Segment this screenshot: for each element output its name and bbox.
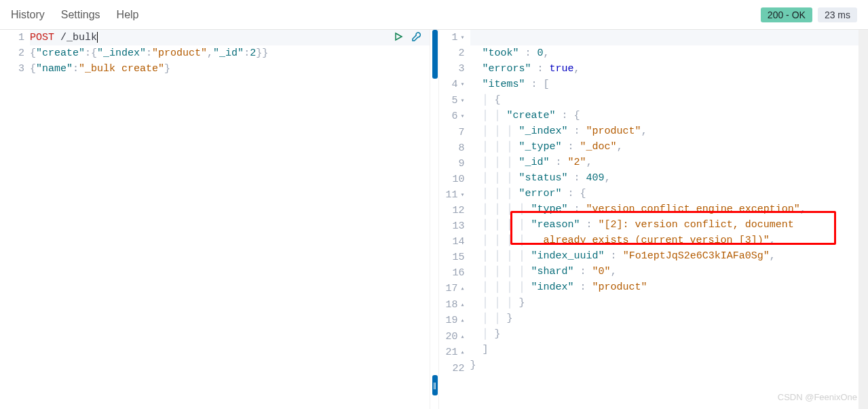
line-actions — [393, 31, 421, 47]
watermark: CSDN @FeenixOne — [778, 389, 857, 405]
play-icon[interactable] — [393, 31, 404, 47]
topbar: History Settings Help 200 - OK 23 ms — [0, 0, 868, 30]
active-request-marker — [432, 30, 438, 79]
response-viewer[interactable]: 1 ▾ 2 3 4 ▾ 5 ▾ 6 ▾ 7 8 9 10 11 ▾ 12 13 … — [439, 30, 869, 409]
menu-help[interactable]: Help — [117, 9, 139, 21]
scrollbar[interactable] — [858, 30, 868, 409]
svg-marker-0 — [396, 33, 402, 40]
right-gutter: 1 ▾ 2 3 4 ▾ 5 ▾ 6 ▾ 7 8 9 10 11 ▾ 12 13 … — [439, 30, 470, 409]
request-editor[interactable]: 1 2 3 POST /_bulk {"create":{"_index":"p… — [0, 30, 430, 409]
resize-handle-icon[interactable]: ‖ — [432, 375, 438, 395]
request-code[interactable]: POST /_bulk {"create":{"_index":"product… — [30, 30, 430, 409]
menu-settings[interactable]: Settings — [61, 9, 100, 21]
time-badge: 23 ms — [818, 7, 857, 22]
wrench-icon[interactable] — [411, 31, 421, 47]
status-badge: 200 - OK — [761, 7, 812, 22]
left-gutter: 1 2 3 — [0, 30, 30, 409]
workspace: 1 2 3 POST /_bulk {"create":{"_index":"p… — [0, 30, 868, 409]
split-divider[interactable]: ‖ — [430, 30, 439, 409]
menu-history[interactable]: History — [11, 9, 45, 21]
response-code: { "took" : 0, "errors" : true, "items" :… — [470, 30, 868, 409]
